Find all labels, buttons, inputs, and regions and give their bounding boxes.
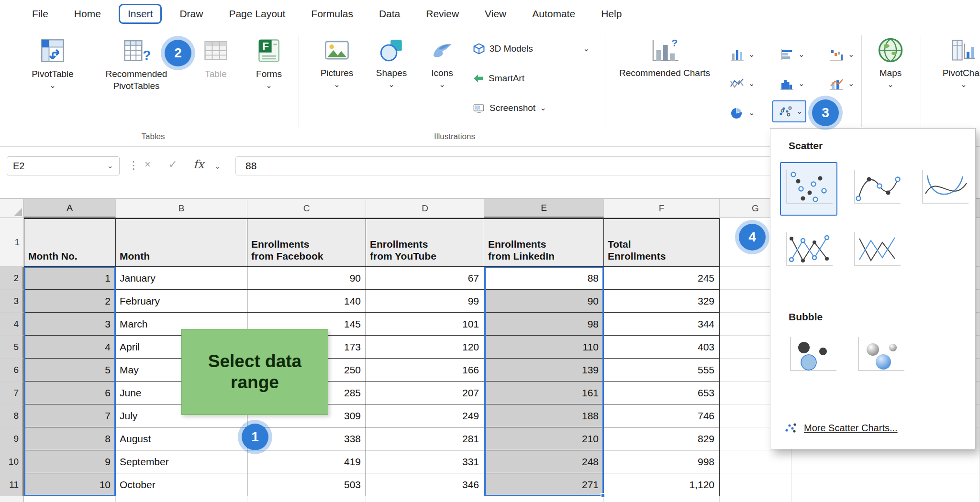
column-header-E[interactable]: E: [484, 199, 604, 218]
cell-C10[interactable]: 419: [247, 450, 366, 473]
cell-E11[interactable]: 271: [484, 473, 604, 496]
cell-B11[interactable]: October: [116, 473, 247, 496]
cell-G10[interactable]: [720, 450, 791, 473]
row-header-5[interactable]: 5: [0, 336, 24, 359]
column-header-F[interactable]: F: [604, 199, 720, 218]
histogram-chart-button[interactable]: ⌄: [775, 73, 807, 95]
cell-F8[interactable]: 746: [604, 404, 720, 427]
cell-D10[interactable]: 331: [366, 450, 484, 473]
screenshot-button[interactable]: Screenshot ⌄: [473, 99, 590, 117]
3d-models-button[interactable]: 3D Models ⌄: [473, 40, 590, 57]
scatter-smooth-option[interactable]: [916, 162, 973, 216]
cell-E8[interactable]: 188: [484, 404, 604, 427]
pivottable-button[interactable]: PivotTable ⌄: [21, 36, 84, 89]
tab-view[interactable]: View: [472, 4, 519, 24]
scatter-chart-button[interactable]: ⌄: [772, 100, 806, 122]
cell-A11[interactable]: 10: [24, 473, 116, 496]
tab-page-layout[interactable]: Page Layout: [216, 4, 298, 24]
recommended-charts-button[interactable]: ? Recommended Charts: [615, 36, 714, 79]
select-all-corner[interactable]: [0, 199, 24, 218]
cell-F11[interactable]: 1,120: [604, 473, 720, 496]
column-header-C[interactable]: C: [247, 199, 366, 218]
row-header-4[interactable]: 4: [0, 313, 24, 336]
pie-chart-button[interactable]: ⌄: [725, 102, 757, 124]
pictures-button[interactable]: Pictures ⌄: [310, 36, 364, 88]
cell-D6[interactable]: 166: [366, 359, 484, 382]
row-header-3[interactable]: 3: [0, 290, 24, 313]
cell-F12[interactable]: [604, 496, 720, 502]
smartart-button[interactable]: SmartArt: [473, 70, 590, 87]
cell-D11[interactable]: 346: [366, 473, 484, 496]
cell-A1[interactable]: Month No.: [24, 218, 116, 267]
enter-icon[interactable]: ✓: [168, 158, 177, 171]
scatter-smooth-markers-option[interactable]: [848, 162, 905, 216]
icons-button[interactable]: Icons ⌄: [418, 36, 466, 88]
cell-A6[interactable]: 5: [24, 359, 116, 382]
cell-G12[interactable]: [720, 496, 791, 502]
tab-formulas[interactable]: Formulas: [298, 4, 366, 24]
pivotchart-button[interactable]: PivotChart ⌄: [930, 36, 980, 88]
cell-D12[interactable]: [366, 496, 484, 502]
cell-F10[interactable]: 998: [604, 450, 720, 473]
combo-chart-button[interactable]: ⌄: [825, 73, 857, 95]
cell-A10[interactable]: 9: [24, 450, 116, 473]
cell-A3[interactable]: 2: [24, 290, 116, 313]
tab-help[interactable]: Help: [588, 4, 635, 24]
cell-A7[interactable]: 6: [24, 382, 116, 404]
cell-A4[interactable]: 3: [24, 313, 116, 336]
cell-E9[interactable]: 210: [484, 427, 604, 450]
cell-A8[interactable]: 7: [24, 404, 116, 427]
row-header-8[interactable]: 8: [0, 404, 24, 427]
column-header-B[interactable]: B: [116, 199, 247, 218]
insert-function-button[interactable]: fx: [193, 158, 204, 171]
cell-B9[interactable]: August: [116, 427, 247, 450]
scatter-option[interactable]: [780, 162, 837, 216]
cell-E5[interactable]: 110: [484, 336, 604, 359]
tab-data[interactable]: Data: [366, 4, 413, 24]
cell-F4[interactable]: 344: [604, 313, 720, 336]
cell-A12[interactable]: [24, 496, 116, 502]
cell-D3[interactable]: 99: [366, 290, 484, 313]
more-scatter-charts-item[interactable]: More Scatter Charts...: [770, 416, 975, 439]
cell-B10[interactable]: September: [116, 450, 247, 473]
cell-D4[interactable]: 101: [366, 313, 484, 336]
cell-D5[interactable]: 120: [366, 336, 484, 359]
cell-E3[interactable]: 90: [484, 290, 604, 313]
line-chart-button[interactable]: ⌄: [725, 73, 757, 95]
cell-E6[interactable]: 139: [484, 359, 604, 382]
tab-home[interactable]: Home: [61, 4, 114, 24]
bubble-3d-option[interactable]: [852, 329, 909, 383]
tab-automate[interactable]: Automate: [519, 4, 588, 24]
tab-file[interactable]: File: [19, 4, 61, 24]
cell-E10[interactable]: 248: [484, 450, 604, 473]
cell-B2[interactable]: January: [116, 267, 247, 290]
column-header-A[interactable]: A: [24, 199, 116, 218]
waterfall-chart-button[interactable]: ⌄: [825, 44, 857, 65]
bubble-option[interactable]: [784, 329, 841, 383]
cell-D2[interactable]: 67: [366, 267, 484, 290]
row-header-9[interactable]: 9: [0, 427, 24, 450]
cell-C12[interactable]: [247, 496, 366, 502]
cell-G11[interactable]: [720, 473, 791, 496]
cell-C1[interactable]: Enrollments from Facebook: [247, 218, 366, 267]
cell-B1[interactable]: Month: [116, 218, 247, 267]
scatter-straight-markers-option[interactable]: [780, 224, 837, 278]
cell-C3[interactable]: 140: [247, 290, 366, 313]
cell-D9[interactable]: 281: [366, 427, 484, 450]
row-header-12[interactable]: 12: [0, 496, 24, 502]
tab-review[interactable]: Review: [413, 4, 472, 24]
cell-A5[interactable]: 4: [24, 336, 116, 359]
row-header-7[interactable]: 7: [0, 382, 24, 404]
tab-insert[interactable]: Insert: [119, 4, 162, 24]
cell-C2[interactable]: 90: [247, 267, 366, 290]
cell-B3[interactable]: February: [116, 290, 247, 313]
row-header-1[interactable]: 1: [0, 218, 24, 267]
tab-draw[interactable]: Draw: [167, 4, 216, 24]
cancel-icon[interactable]: ×: [145, 158, 151, 171]
row-header-11[interactable]: 11: [0, 473, 24, 496]
column-chart-button[interactable]: ⌄: [725, 44, 757, 65]
cell-B12[interactable]: [116, 496, 247, 502]
column-header-D[interactable]: D: [366, 199, 484, 218]
cell-F5[interactable]: 403: [604, 336, 720, 359]
cell-C11[interactable]: 503: [247, 473, 366, 496]
